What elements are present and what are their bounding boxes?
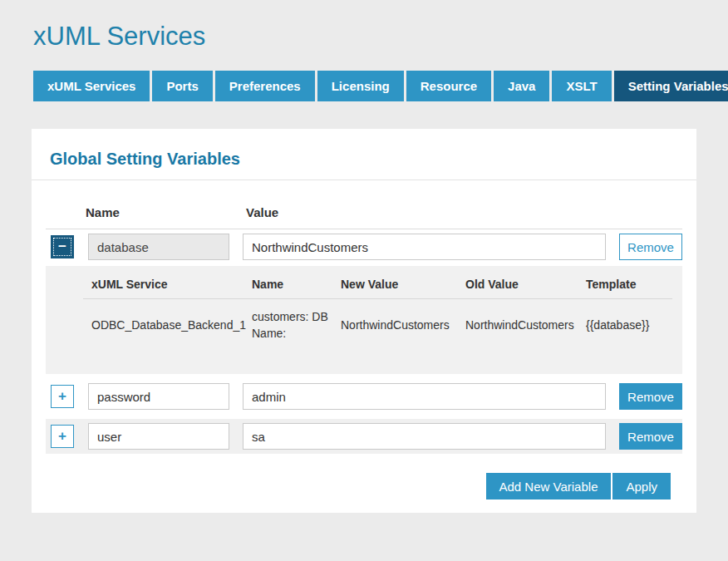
column-header-value: Value (246, 205, 278, 219)
collapse-row-button[interactable]: − (51, 235, 74, 258)
variable-value-input[interactable] (243, 234, 606, 260)
tab-java[interactable]: Java (494, 71, 549, 101)
plus-icon: + (58, 428, 66, 444)
expand-row-button[interactable]: + (51, 385, 74, 408)
page-title: xUML Services (33, 22, 728, 52)
detail-column-template: Template (586, 278, 672, 298)
tab-bar: xUML Services Ports Preferences Licensin… (33, 71, 728, 101)
tab-xslt[interactable]: XSLT (552, 71, 611, 101)
minus-icon: − (58, 239, 66, 254)
add-new-variable-button[interactable]: Add New Variable (486, 473, 612, 499)
variable-value-input[interactable] (243, 423, 606, 450)
detail-column-old-value: Old Value (465, 278, 586, 298)
variable-row-user: + Remove (46, 419, 682, 454)
apply-button[interactable]: Apply (612, 473, 671, 499)
panel-actions: Add New Variable Apply (46, 473, 671, 513)
column-header-name: Name (86, 205, 120, 219)
tab-resource[interactable]: Resource (406, 71, 491, 101)
settings-panel: Global Setting Variables Name Value − Re… (32, 129, 696, 513)
variable-name-input[interactable] (88, 234, 229, 260)
detail-column-name: Name (252, 278, 341, 298)
detail-cell-old-value: NorthwindCustomers (465, 317, 586, 333)
variable-row-database: − Remove (46, 229, 682, 264)
detail-table-row: ODBC_Database_Backend_1 customers: DB Na… (46, 299, 682, 342)
remove-variable-button[interactable]: Remove (619, 383, 682, 410)
variables-table-header: Name Value (46, 180, 682, 229)
tab-licensing[interactable]: Licensing (317, 71, 404, 101)
detail-column-new-value: New Value (341, 278, 465, 298)
detail-cell-template: {{database}} (586, 317, 672, 333)
variable-value-input[interactable] (243, 383, 606, 410)
remove-variable-button[interactable]: Remove (619, 423, 682, 450)
detail-column-xuml-service: xUML Service (91, 278, 252, 298)
detail-cell-service: ODBC_Database_Backend_1 (91, 317, 252, 333)
panel-heading: Global Setting Variables (32, 129, 696, 180)
tab-ports[interactable]: Ports (152, 71, 212, 101)
variable-name-input[interactable] (88, 423, 229, 450)
detail-cell-name: customers: DB Name: (252, 308, 341, 342)
plus-icon: + (58, 388, 66, 404)
detail-cell-new-value: NorthwindCustomers (341, 317, 465, 333)
tab-preferences[interactable]: Preferences (215, 71, 315, 101)
remove-variable-button[interactable]: Remove (619, 234, 682, 260)
variable-detail-panel: xUML Service Name New Value Old Value Te… (46, 266, 682, 374)
variable-name-input[interactable] (88, 383, 229, 410)
variable-row-password: + Remove (46, 379, 682, 414)
tab-xuml-services[interactable]: xUML Services (33, 71, 150, 101)
expand-row-button[interactable]: + (51, 425, 74, 448)
detail-table-header: xUML Service Name New Value Old Value Te… (46, 278, 682, 298)
tab-setting-variables[interactable]: Setting Variables (614, 71, 728, 101)
